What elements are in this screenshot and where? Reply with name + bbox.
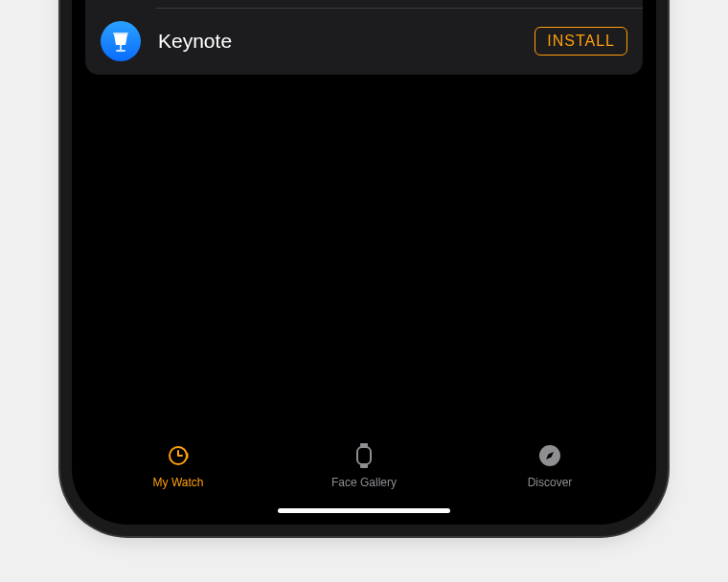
watch-face-icon	[350, 441, 378, 470]
available-row-apple-store: Apple Store INSTALL	[85, 0, 643, 8]
svg-rect-7	[357, 447, 371, 464]
svg-rect-4	[186, 453, 189, 459]
install-button[interactable]: INSTALL	[535, 27, 627, 56]
content-scroll[interactable]: INSTALLED ON APPLE WATCH Shazam	[85, 0, 643, 432]
tab-label: My Watch	[153, 476, 204, 489]
home-indicator[interactable]	[278, 508, 450, 513]
tab-label: Discover	[528, 476, 573, 489]
svg-rect-0	[113, 33, 128, 34]
svg-rect-9	[360, 464, 368, 468]
tab-bar: My Watch Face Gallery	[85, 432, 643, 501]
tab-discover[interactable]: Discover	[492, 441, 607, 489]
compass-icon	[535, 441, 564, 470]
tab-label: Face Gallery	[331, 476, 397, 489]
keynote-icon	[101, 21, 141, 61]
watch-icon	[164, 441, 193, 470]
screen: INSTALLED ON APPLE WATCH Shazam	[72, 0, 656, 525]
svg-rect-2	[116, 50, 125, 52]
svg-rect-1	[120, 45, 122, 50]
tab-face-gallery[interactable]: Face Gallery	[307, 441, 421, 489]
phone-frame: INSTALLED ON APPLE WATCH Shazam	[72, 0, 656, 525]
app-name: Keynote	[158, 30, 517, 53]
available-card: Apple Store INSTALL Keynote INSTALL	[85, 0, 643, 75]
svg-rect-8	[360, 443, 368, 447]
available-row-keynote: Keynote INSTALL	[85, 8, 643, 75]
tab-my-watch[interactable]: My Watch	[121, 441, 236, 489]
